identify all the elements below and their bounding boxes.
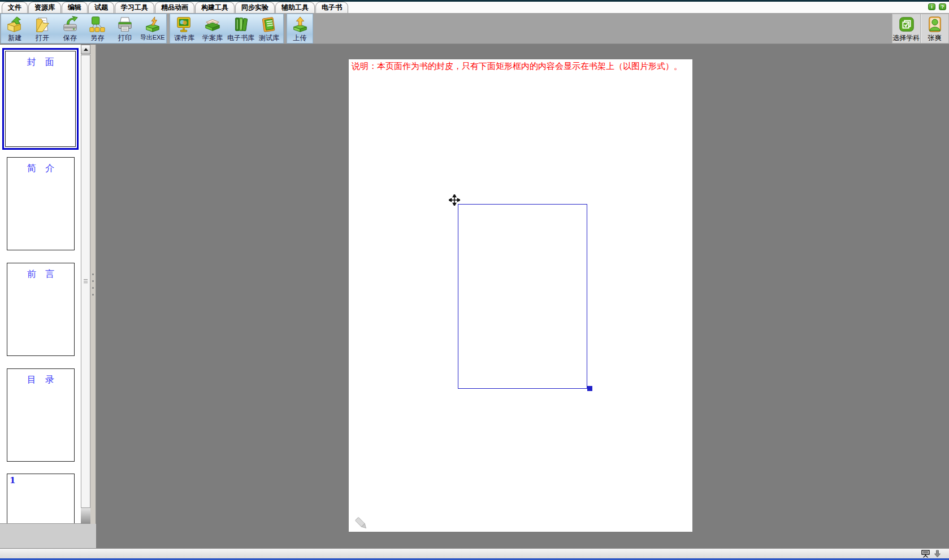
file-button-group: 新建 打开 保存 (1, 14, 167, 44)
user-button-label: 张爽 (928, 33, 942, 43)
print-icon (116, 16, 133, 33)
tab-featured-animations[interactable]: 精品动画 (155, 2, 194, 13)
splitter-grip-icon (92, 274, 94, 301)
test-library-button[interactable]: 测试库 (255, 14, 283, 43)
info-icon[interactable]: i (928, 3, 935, 10)
export-exe-icon (144, 16, 161, 33)
app-window: 文件 资源库 编辑 试题 学习工具 精品动画 构建工具 同步实验 辅助工具 电子… (0, 0, 949, 560)
user-button[interactable]: 张爽 (920, 14, 948, 43)
lesson-plan-library-button-label: 学案库 (202, 33, 223, 43)
select-subject-button[interactable]: 选择学科 (892, 14, 920, 43)
cover-display-rectangle[interactable] (458, 204, 587, 389)
sidebar-page-1-title: 1 (7, 474, 74, 485)
select-subject-button-label: 选择学科 (893, 33, 920, 43)
lesson-plan-library-button[interactable]: 学案库 (198, 14, 227, 43)
status-bar (0, 548, 949, 558)
account-button-group: 选择学科 张爽 (892, 14, 949, 44)
courseware-library-button-label: 课件库 (174, 33, 194, 43)
upload-icon (292, 16, 309, 33)
upload-button-label: 上传 (293, 33, 307, 43)
ebook-library-icon (232, 16, 249, 33)
thumbnail-scrollbar[interactable] (81, 45, 90, 524)
select-subject-icon (898, 16, 915, 33)
export-exe-button[interactable]: 导出EXE (138, 14, 166, 43)
scroll-up-arrow-icon (84, 48, 88, 51)
tab-file[interactable]: 文件 (2, 2, 28, 13)
main-toolbar: 新建 打开 保存 (0, 13, 949, 44)
save-button-label: 保存 (63, 33, 77, 43)
ebook-library-button[interactable]: 电子书库 (227, 14, 255, 43)
scrollbar-thumb-grip (84, 279, 88, 284)
save-icon (62, 16, 79, 33)
help-icon[interactable]: ? (939, 3, 946, 10)
menu-tab-bar: 文件 资源库 编辑 试题 学习工具 精品动画 构建工具 同步实验 辅助工具 电子… (0, 2, 949, 13)
export-exe-button-label: 导出EXE (140, 33, 165, 42)
library-button-group: 课件库 学案库 电子 (170, 14, 284, 44)
sidebar-page-intro[interactable]: 简 介 (7, 157, 75, 250)
sidebar-page-foreword[interactable]: 前 言 (7, 263, 75, 356)
test-library-icon (261, 16, 278, 33)
save-as-button[interactable]: 另存 (84, 14, 111, 43)
open-button-label: 打开 (36, 33, 49, 43)
sidebar-splitter[interactable] (90, 45, 96, 524)
cover-page[interactable]: 说明：本页面作为书的封皮，只有下面矩形框内的内容会显示在书架上（以图片形式）。 (349, 59, 692, 532)
test-library-button-label: 测试库 (259, 33, 279, 43)
sidebar-page-toc[interactable]: 目 录 (7, 368, 75, 462)
editor-canvas: 说明：本页面作为书的封皮，只有下面矩形框内的内容会显示在书架上（以图片形式）。 (96, 45, 949, 548)
tab-auxiliary-tools[interactable]: 辅助工具 (275, 2, 315, 13)
lesson-plan-library-icon (204, 16, 221, 33)
new-button-label: 新建 (8, 33, 21, 43)
save-as-icon (89, 16, 106, 33)
ebook-library-button-label: 电子书库 (227, 33, 254, 43)
scrollbar-thumb[interactable] (81, 55, 90, 508)
sidebar-page-1[interactable]: 1 (7, 474, 75, 524)
sidebar-page-cover-title: 封 面 (6, 51, 75, 68)
sidebar-page-cover-frame: 封 面 (5, 51, 76, 147)
print-button[interactable]: 打印 (111, 14, 139, 43)
new-button[interactable]: 新建 (1, 14, 29, 43)
move-cursor-icon (449, 194, 460, 206)
sidebar-page-intro-title: 简 介 (7, 158, 74, 175)
tab-sync-experiment[interactable]: 同步实验 (235, 2, 275, 13)
scroll-up-button[interactable] (81, 45, 90, 54)
tab-build-tools[interactable]: 构建工具 (195, 2, 235, 13)
scrollbar-track[interactable] (81, 508, 90, 524)
tab-questions[interactable]: 试题 (88, 2, 114, 13)
print-button-label: 打印 (118, 33, 132, 43)
download-arrow-icon[interactable] (933, 550, 942, 558)
tab-resource-library[interactable]: 资源库 (28, 2, 61, 13)
sidebar-page-cover[interactable]: 封 面 (2, 48, 79, 150)
upload-button-group: 上传 (287, 14, 313, 44)
open-folder-icon (34, 16, 51, 33)
save-as-button-label: 另存 (90, 33, 104, 43)
pencil-icon (354, 516, 368, 531)
user-avatar-icon (926, 16, 943, 33)
courseware-library-icon (176, 16, 193, 33)
sidebar-bottom-strip (0, 524, 96, 548)
tab-learning-tools[interactable]: 学习工具 (115, 2, 154, 13)
sidebar-page-toc-title: 目 录 (7, 369, 74, 386)
new-document-icon (6, 16, 23, 33)
tab-edit[interactable]: 编辑 (62, 2, 88, 13)
presentation-icon[interactable] (921, 550, 930, 558)
tab-ebook[interactable]: 电子书 (315, 2, 348, 13)
open-button[interactable]: 打开 (29, 14, 57, 43)
save-button[interactable]: 保存 (56, 14, 84, 43)
sidebar-page-foreword-title: 前 言 (7, 263, 74, 280)
cover-note-text: 说明：本页面作为书的封皮，只有下面矩形框内的内容会显示在书架上（以图片形式）。 (352, 61, 682, 72)
upload-button[interactable]: 上传 (287, 14, 313, 43)
courseware-library-button[interactable]: 课件库 (170, 14, 198, 43)
page-thumbnail-sidebar: 封 面 简 介 前 言 目 录 1 (0, 45, 90, 524)
resize-handle[interactable] (587, 386, 592, 391)
